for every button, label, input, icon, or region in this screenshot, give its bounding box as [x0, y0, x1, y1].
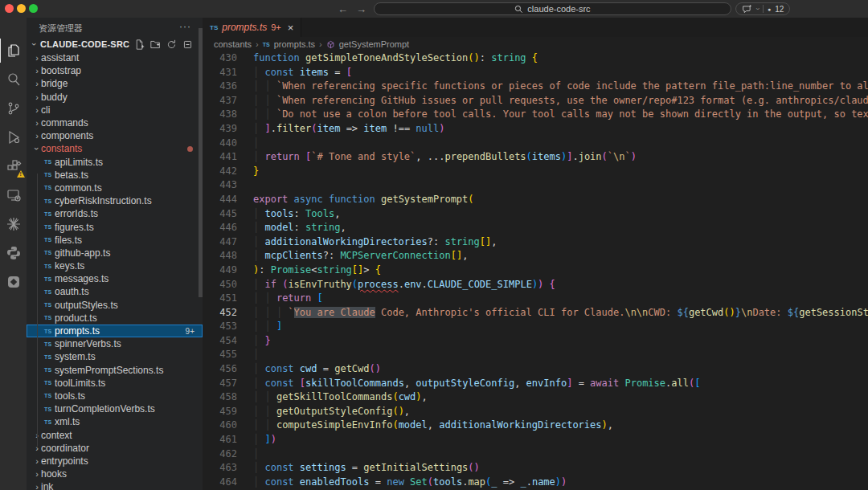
- code-line-464[interactable]: 464│ const enabledTools = new Set(tools.…: [203, 476, 868, 490]
- code-line-449[interactable]: 449): Promise<string[]> {: [203, 263, 868, 278]
- code-line-441[interactable]: 441│ return [`# Tone and style`, ...prep…: [203, 150, 868, 165]
- copilot-pill-group[interactable]: › ● 12: [735, 2, 790, 15]
- tree-item-context[interactable]: ›context: [27, 428, 203, 441]
- tab-prompts-ts[interactable]: TS prompts.ts 9+ ×: [203, 18, 301, 37]
- tree-item-cyberRiskInstruction-ts[interactable]: TScyberRiskInstruction.ts: [27, 194, 203, 207]
- code-line-436[interactable]: 436│ │ `When referencing specific functi…: [203, 80, 868, 94]
- remote-explorer-icon[interactable]: [0, 183, 27, 207]
- code-line-462[interactable]: 462│: [203, 447, 868, 462]
- tree-item-common-ts[interactable]: TScommon.ts: [27, 182, 203, 194]
- tree-item-coordinator[interactable]: ›coordinator: [27, 442, 203, 455]
- close-tab-icon[interactable]: ×: [288, 22, 294, 34]
- tree-item-ink[interactable]: ›ink: [27, 480, 203, 490]
- project-root-row[interactable]: › CLAUDE-CODE-SRC: [27, 37, 203, 51]
- code-line-437[interactable]: 437│ │ `When referencing GitHub issues o…: [203, 94, 868, 108]
- code-line-444[interactable]: 444export async function getSystemPrompt…: [203, 193, 868, 207]
- code-line-454[interactable]: 454│ }: [203, 334, 868, 349]
- extensions-icon[interactable]: [0, 154, 27, 178]
- back-button[interactable]: ←: [338, 3, 348, 15]
- breadcrumb-symbol[interactable]: getSystemPrompt: [339, 39, 409, 49]
- breadcrumb-folder[interactable]: constants: [214, 39, 252, 49]
- python-icon[interactable]: [0, 241, 27, 265]
- code-line-450[interactable]: 450│ if (isEnvTruthy(process.env.CLAUDE_…: [203, 278, 868, 292]
- tree-item-buddy[interactable]: ›buddy: [27, 91, 203, 104]
- code-line-461[interactable]: 461│ ]): [203, 433, 868, 447]
- ts-file-icon: TS: [44, 276, 55, 282]
- tree-item-xml-ts[interactable]: TSxml.ts: [27, 415, 203, 428]
- code-line-460[interactable]: 460│ │ computeSimpleEnvInfo(model, addit…: [203, 419, 868, 433]
- tree-item-label: github-app.ts: [55, 247, 110, 259]
- code-line-463[interactable]: 463│ const settings = getInitialSettings…: [203, 461, 868, 476]
- code-line-459[interactable]: 459│ │ getOutputStyleConfig(),: [203, 405, 868, 419]
- tree-item-files-ts[interactable]: TSfiles.ts: [27, 234, 203, 247]
- indent-guide: │: [253, 476, 264, 488]
- code-line-430[interactable]: 430function getSimpleToneAndStyleSection…: [203, 51, 868, 66]
- chevron-collapsed-icon: ›: [33, 53, 41, 63]
- tree-indent-guide: [37, 174, 38, 447]
- extension-diamond-icon[interactable]: [0, 270, 27, 294]
- forward-button[interactable]: →: [356, 3, 366, 15]
- code-line-452[interactable]: 452│ │ │ `You are Claude Code, Anthropic…: [203, 306, 868, 321]
- code-line-442[interactable]: 442}: [203, 165, 868, 179]
- code-line-446[interactable]: 446│ model: string,: [203, 221, 868, 235]
- breadcrumb-file[interactable]: prompts.ts: [274, 39, 315, 49]
- tree-item-figures-ts[interactable]: TSfigures.ts: [27, 220, 203, 233]
- tree-item-product-ts[interactable]: TSproduct.ts: [27, 312, 203, 325]
- tree-item-outputStyles-ts[interactable]: TSoutputStyles.ts: [27, 299, 203, 312]
- tree-item-turnCompletionVerbs-ts[interactable]: TSturnCompletionVerbs.ts: [27, 402, 203, 415]
- close-window-button[interactable]: [5, 4, 14, 13]
- tree-item-toolLimits-ts[interactable]: TStoolLimits.ts: [27, 377, 203, 390]
- code-line-438[interactable]: 438│ │ `Do not use a colon before tool c…: [203, 108, 868, 122]
- code-area[interactable]: 430function getSimpleToneAndStyleSection…: [203, 51, 868, 490]
- code-line-458[interactable]: 458│ │ getSkillToolCommands(cwd),: [203, 390, 868, 405]
- tree-item-components[interactable]: ›components: [27, 129, 203, 142]
- more-actions-icon[interactable]: ···: [179, 21, 191, 32]
- code-line-455[interactable]: 455│: [203, 348, 868, 362]
- tree-item-entrypoints[interactable]: ›entrypoints: [27, 455, 203, 468]
- code-line-456[interactable]: 456│ const cwd = getCwd(): [203, 362, 868, 377]
- tree-item-apiLimits-ts[interactable]: TSapiLimits.ts: [27, 156, 203, 169]
- code-line-439[interactable]: 439│ ].filter(item => item !== null): [203, 122, 868, 137]
- code-line-448[interactable]: 448│ mcpClients?: MCPServerConnection[],: [203, 249, 868, 263]
- search-sidebar-icon[interactable]: [0, 67, 27, 92]
- code-line-457[interactable]: 457│ const [skillToolCommands, outputSty…: [203, 377, 868, 391]
- tree-item-cli[interactable]: ›cli: [27, 104, 203, 116]
- code-line-445[interactable]: 445│ tools: Tools,: [203, 207, 868, 222]
- source-control-icon[interactable]: [0, 96, 27, 120]
- tree-item-commands[interactable]: ›commands: [27, 116, 203, 129]
- indent-guide: │: [253, 378, 264, 389]
- refresh-icon[interactable]: [166, 39, 177, 50]
- tree-item-tools-ts[interactable]: TStools.ts: [27, 390, 203, 402]
- tree-item-errorIds-ts[interactable]: TSerrorIds.ts: [27, 207, 203, 220]
- tree-item-betas-ts[interactable]: TSbetas.ts: [27, 169, 203, 182]
- code-line-453[interactable]: 453│ │ ]: [203, 320, 868, 334]
- command-center-search[interactable]: claude-code-src: [374, 2, 731, 15]
- code-line-447[interactable]: 447│ additionalWorkingDirectories?: stri…: [203, 235, 868, 250]
- tree-item-bridge[interactable]: ›bridge: [27, 77, 203, 90]
- new-file-icon[interactable]: [134, 39, 145, 50]
- tree-item-keys-ts[interactable]: TSkeys.ts: [27, 259, 203, 272]
- tree-item-oauth-ts[interactable]: TSoauth.ts: [27, 285, 203, 298]
- tree-item-bootstrap[interactable]: ›bootstrap: [27, 64, 203, 77]
- explorer-icon[interactable]: [0, 39, 27, 63]
- code-line-451[interactable]: 451│ │ return [: [203, 292, 868, 306]
- tree-item-spinnerVerbs-ts[interactable]: TSspinnerVerbs.ts: [27, 337, 203, 350]
- tree-item-systemPromptSections-ts[interactable]: TSsystemPromptSections.ts: [27, 364, 203, 377]
- tree-item-messages-ts[interactable]: TSmessages.ts: [27, 272, 203, 285]
- minimize-window-button[interactable]: [17, 4, 26, 13]
- tree-item-system-ts[interactable]: TSsystem.ts: [27, 350, 203, 363]
- code-line-431[interactable]: 431│ const items = [: [203, 66, 868, 80]
- maximize-window-button[interactable]: [29, 4, 38, 13]
- tree-item-hooks[interactable]: ›hooks: [27, 468, 203, 480]
- code-line-440[interactable]: 440│: [203, 137, 868, 151]
- run-debug-icon[interactable]: [0, 125, 27, 149]
- code-line-443[interactable]: 443: [203, 178, 868, 193]
- tree-item-assistant[interactable]: ›assistant: [27, 51, 203, 64]
- collapse-all-icon[interactable]: [182, 39, 193, 50]
- new-folder-icon[interactable]: [150, 39, 161, 50]
- tree-item-constants[interactable]: ›constants: [27, 142, 203, 155]
- tree-item-prompts-ts[interactable]: TSprompts.ts9+: [27, 325, 203, 337]
- tree-item-github-app-ts[interactable]: TSgithub-app.ts: [27, 247, 203, 259]
- chevron-expanded-icon: ›: [32, 145, 42, 153]
- starburst-icon[interactable]: [0, 212, 27, 236]
